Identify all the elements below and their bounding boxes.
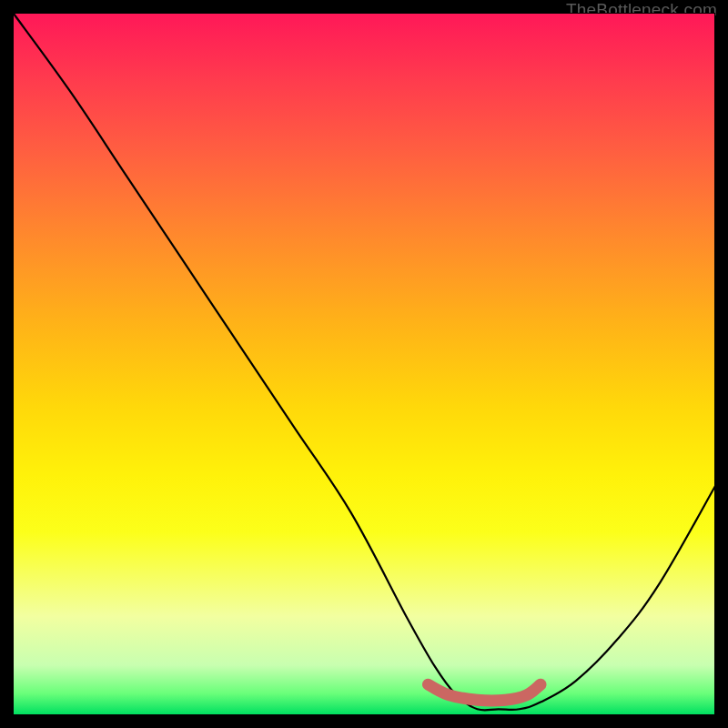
plot-area (13, 13, 715, 715)
chart-container: TheBottleneck.com (0, 0, 728, 728)
chart-svg (14, 14, 716, 716)
optimal-range-marker (428, 684, 541, 701)
bottleneck-curve (14, 14, 716, 711)
